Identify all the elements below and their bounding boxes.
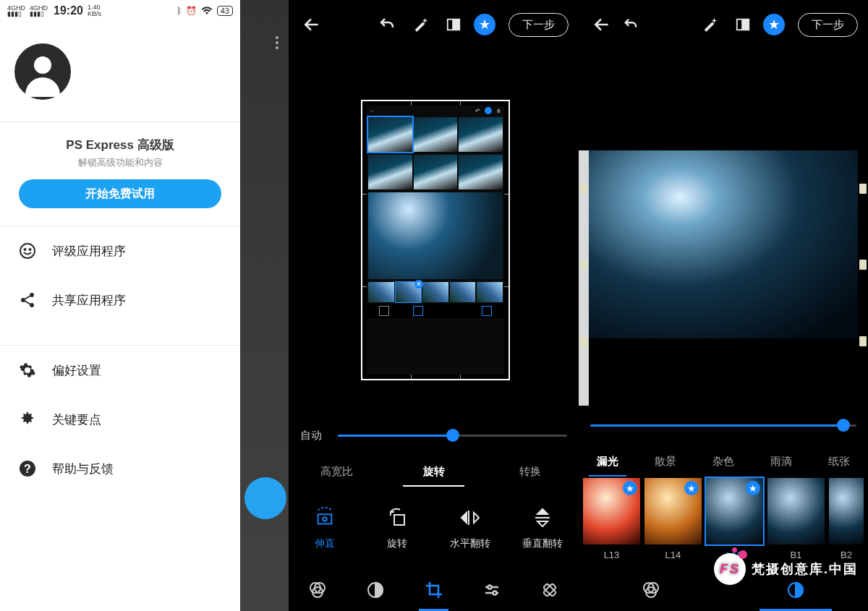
svg-point-18: [493, 591, 496, 595]
nav-heal-icon[interactable]: [521, 569, 579, 611]
menu-preferences[interactable]: 偏好设置: [0, 346, 240, 395]
alarm-icon: ⏰: [186, 6, 197, 16]
promo-title: PS Express 高级版: [10, 137, 230, 153]
status-bar: 4GHD▮▮▮▯ 4GHD▮▮▮▯ 19:20 1.40KB/s ᛒ ⏰ 43: [0, 0, 240, 22]
menu-help-feedback[interactable]: ? 帮助与反馈: [0, 444, 240, 493]
start-trial-button[interactable]: 开始免费试用: [19, 179, 221, 208]
back-icon[interactable]: [299, 12, 325, 38]
svg-rect-12: [394, 515, 404, 525]
star-icon: ★: [684, 481, 699, 495]
svg-rect-22: [744, 20, 749, 30]
menu-label: 帮助与反馈: [52, 461, 114, 477]
tool-rotate[interactable]: 旋转: [361, 488, 433, 569]
burst-icon: [19, 411, 36, 428]
help-icon: ?: [19, 460, 36, 477]
navigation-drawer: 4GHD▮▮▮▯ 4GHD▮▮▮▯ 19:20 1.40KB/s ᛒ ⏰ 43: [0, 0, 240, 611]
menu-key-points[interactable]: 关键要点: [0, 395, 240, 444]
tool-label: 垂直翻转: [522, 537, 563, 550]
menu-rate-app[interactable]: 评级应用程序: [0, 226, 240, 275]
back-icon[interactable]: [589, 12, 615, 38]
svg-rect-10: [318, 514, 332, 524]
svg-rect-9: [454, 20, 459, 30]
preview-image: [579, 150, 868, 338]
tool-label: 水平翻转: [450, 537, 490, 550]
signal-icon: 4GHD▮▮▮▯: [7, 5, 25, 17]
crop-canvas[interactable]: ←↶⋔ ✎: [289, 49, 579, 416]
magic-wand-icon[interactable]: [697, 12, 723, 38]
menu-label: 关键要点: [52, 411, 101, 428]
tool-flip-horizontal[interactable]: 水平翻转: [434, 488, 506, 569]
tool-straighten[interactable]: 伸直: [289, 488, 361, 569]
slider-label: 自动: [300, 429, 329, 443]
tab-transform[interactable]: 转换: [482, 455, 579, 488]
nav-looks-icon[interactable]: [289, 569, 346, 611]
svg-point-3: [30, 293, 34, 297]
overflow-menu-icon[interactable]: [276, 36, 278, 49]
tab-raindrops[interactable]: 雨滴: [752, 445, 810, 478]
svg-point-5: [30, 303, 34, 307]
bluetooth-icon: ᛒ: [176, 6, 182, 16]
next-button[interactable]: 下一步: [798, 13, 858, 37]
menu-label: 评级应用程序: [52, 243, 126, 260]
magic-wand-icon[interactable]: [407, 12, 433, 38]
screenshot-panel-menu: 4GHD▮▮▮▯ 4GHD▮▮▮▯ 19:20 1.40KB/s ᛒ ⏰ 43: [0, 0, 289, 611]
menu-label: 共享应用程序: [52, 292, 126, 309]
preset-label: L14: [644, 544, 702, 566]
share-icon: [19, 291, 36, 309]
straighten-slider[interactable]: 自动: [289, 416, 579, 455]
promo-subtitle: 解锁高级功能和内容: [10, 156, 230, 169]
compare-icon[interactable]: [441, 12, 467, 38]
tab-aspect-ratio[interactable]: 高宽比: [289, 455, 386, 488]
wifi-icon: [201, 7, 213, 15]
clock: 19:20: [54, 4, 83, 17]
tab-grain[interactable]: 杂色: [694, 445, 752, 478]
svg-point-1: [25, 249, 26, 250]
nav-sliders-icon[interactable]: [463, 569, 521, 611]
preset-l14[interactable]: ★ L14: [644, 478, 702, 569]
watermark-logo: FS: [714, 553, 746, 585]
top-toolbar: ★ 下一步: [579, 0, 868, 49]
screenshot-panel-effects: ★ 下一步 漏光 散景 杂色 雨滴 纸张 ★ L13 ★: [579, 0, 868, 611]
tab-rotate[interactable]: 旋转: [386, 455, 482, 488]
tab-paper[interactable]: 纸张: [810, 445, 868, 478]
star-icon: ★: [746, 481, 760, 495]
nav-looks-icon[interactable]: [579, 569, 723, 611]
network-speed: 1.40KB/s: [88, 4, 101, 17]
top-toolbar: ★ 下一步: [289, 0, 579, 49]
tab-bokeh[interactable]: 散景: [637, 445, 694, 478]
preview-canvas[interactable]: [579, 49, 868, 406]
smile-icon: [19, 242, 36, 260]
preset-l13[interactable]: ★ L13: [583, 478, 640, 569]
signal-icon: 4GHD▮▮▮▯: [30, 5, 48, 17]
intensity-slider[interactable]: [579, 406, 868, 445]
nav-adjust-icon[interactable]: [346, 569, 404, 611]
background-app-strip: [240, 0, 289, 611]
gear-icon: [19, 362, 36, 379]
tool-flip-vertical[interactable]: 垂直翻转: [506, 488, 579, 569]
crop-frame[interactable]: ←↶⋔ ✎: [361, 100, 510, 380]
undo-icon[interactable]: [374, 12, 400, 38]
tab-light-leak[interactable]: 漏光: [579, 445, 637, 478]
menu-share-app[interactable]: 共享应用程序: [0, 275, 240, 325]
menu-label: 偏好设置: [52, 362, 101, 379]
watermark: FS 梵摄创意库.中国: [714, 553, 858, 585]
watermark-text: 梵摄创意库.中国: [752, 560, 858, 578]
svg-point-0: [20, 244, 35, 258]
svg-rect-8: [448, 20, 453, 30]
svg-rect-21: [737, 20, 742, 30]
star-icon: ★: [623, 481, 637, 495]
nav-crop-icon[interactable]: [404, 569, 462, 611]
preset-label: L13: [583, 544, 640, 566]
compare-icon[interactable]: [730, 12, 756, 38]
premium-star-icon[interactable]: ★: [474, 14, 495, 35]
next-button[interactable]: 下一步: [509, 13, 569, 37]
tool-label: 伸直: [315, 537, 335, 550]
rotate-icon: [386, 507, 408, 529]
user-avatar[interactable]: [14, 43, 71, 100]
tool-label: 旋转: [387, 537, 407, 550]
undo-icon[interactable]: [618, 12, 644, 38]
premium-star-icon[interactable]: ★: [763, 14, 785, 35]
straighten-icon: [314, 507, 336, 529]
effects-tab-bar: 漏光 散景 杂色 雨滴 纸张: [579, 445, 868, 478]
battery-indicator: 43: [217, 6, 233, 16]
